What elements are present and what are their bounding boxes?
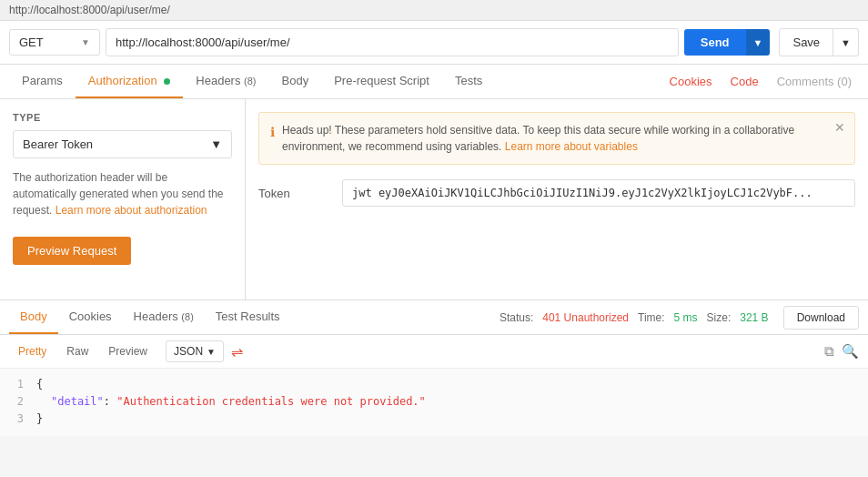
bottom-section: Body Cookies Headers (8) Test Results St…	[0, 299, 868, 436]
alert-icon: ℹ	[270, 123, 275, 142]
right-tabs: Cookies Code Comments (0)	[662, 66, 859, 97]
response-tab-cookies[interactable]: Cookies	[58, 300, 123, 334]
format-bar: Pretty Raw Preview JSON ▼ ⇌ ⧉ 🔍	[0, 335, 868, 369]
tab-authorization[interactable]: Authorization	[76, 65, 184, 98]
tab-body[interactable]: Body	[269, 65, 322, 98]
type-select[interactable]: Bearer Token ▼	[13, 130, 232, 158]
json-format-select[interactable]: JSON ▼	[166, 340, 224, 362]
tab-prerequest[interactable]: Pre-request Script	[321, 65, 442, 98]
wrap-icon[interactable]: ⇌	[231, 343, 243, 360]
token-input[interactable]	[342, 179, 855, 207]
main-content: TYPE Bearer Token ▼ The authorization he…	[0, 99, 868, 299]
type-label: TYPE	[13, 112, 232, 123]
left-panel: TYPE Bearer Token ▼ The authorization he…	[0, 99, 246, 299]
save-button[interactable]: Save	[779, 28, 833, 56]
response-tab-test-results[interactable]: Test Results	[205, 300, 291, 334]
code-line-1: 1{	[9, 376, 859, 393]
alert-learn-more-link[interactable]: Learn more about variables	[505, 140, 638, 153]
json-chevron-icon: ▼	[207, 347, 216, 357]
time-value: 5 ms	[674, 311, 698, 324]
method-select[interactable]: GET ▼	[9, 29, 100, 56]
status-label: Status:	[500, 311, 533, 324]
tab-cookies[interactable]: Cookies	[662, 66, 720, 97]
alert-text: Heads up! These parameters hold sensitiv…	[282, 122, 843, 155]
code-line-2: 2"detail": "Authentication credentials w…	[9, 393, 859, 411]
token-row: Token	[258, 179, 855, 207]
type-value: Bearer Token	[23, 137, 93, 151]
search-icon[interactable]: 🔍	[842, 343, 859, 360]
type-chevron-icon: ▼	[210, 137, 222, 151]
status-value: 401 Unauthorized	[542, 311, 629, 324]
right-panel: ℹ Heads up! These parameters hold sensit…	[246, 99, 868, 299]
tab-code[interactable]: Code	[723, 66, 766, 97]
format-tab-raw[interactable]: Raw	[57, 341, 97, 361]
preview-request-button[interactable]: Preview Request	[13, 237, 131, 265]
request-tabs-bar: Params Authorization Headers (8) Body Pr…	[0, 65, 868, 99]
size-label: Size:	[707, 311, 732, 324]
save-dropdown-button[interactable]: ▼	[833, 28, 859, 56]
alert-box: ℹ Heads up! These parameters hold sensit…	[258, 112, 855, 165]
size-value: 321 B	[740, 311, 768, 324]
token-label: Token	[258, 187, 331, 200]
method-chevron-icon: ▼	[81, 37, 90, 47]
response-tab-body[interactable]: Body	[9, 300, 58, 334]
url-bar: GET ▼ Send ▼ Save ▼	[0, 21, 868, 65]
authorization-dot	[164, 78, 170, 85]
send-button[interactable]: Send	[684, 29, 746, 56]
alert-close-button[interactable]: ✕	[834, 120, 845, 135]
format-tab-pretty[interactable]: Pretty	[9, 341, 56, 361]
response-tabs-bar: Body Cookies Headers (8) Test Results St…	[0, 300, 868, 335]
tab-comments[interactable]: Comments (0)	[770, 66, 859, 97]
status-bar: Status: 401 Unauthorized Time: 5 ms Size…	[500, 306, 859, 330]
tab-headers[interactable]: Headers (8)	[183, 65, 268, 98]
url-input[interactable]	[106, 28, 679, 56]
learn-more-link[interactable]: Learn more about authorization	[56, 204, 207, 217]
copy-icon[interactable]: ⧉	[824, 343, 834, 360]
format-tab-preview[interactable]: Preview	[99, 341, 156, 361]
auth-description: The authorization header will be automat…	[13, 169, 232, 218]
time-label: Time:	[638, 311, 665, 324]
download-button[interactable]: Download	[783, 306, 859, 330]
method-label: GET	[19, 36, 44, 49]
tab-params[interactable]: Params	[9, 65, 76, 98]
code-line-3: 3}	[9, 411, 859, 428]
code-area: 1{ 2"detail": "Authentication credential…	[0, 369, 868, 436]
title-bar: http://localhost:8000/api/user/me/	[0, 0, 868, 21]
right-action-icons: ⧉ 🔍	[824, 343, 859, 360]
response-tab-headers[interactable]: Headers (8)	[123, 300, 205, 334]
send-dropdown-button[interactable]: ▼	[746, 29, 771, 56]
tab-tests[interactable]: Tests	[442, 65, 495, 98]
window-url: http://localhost:8000/api/user/me/	[9, 4, 170, 16]
